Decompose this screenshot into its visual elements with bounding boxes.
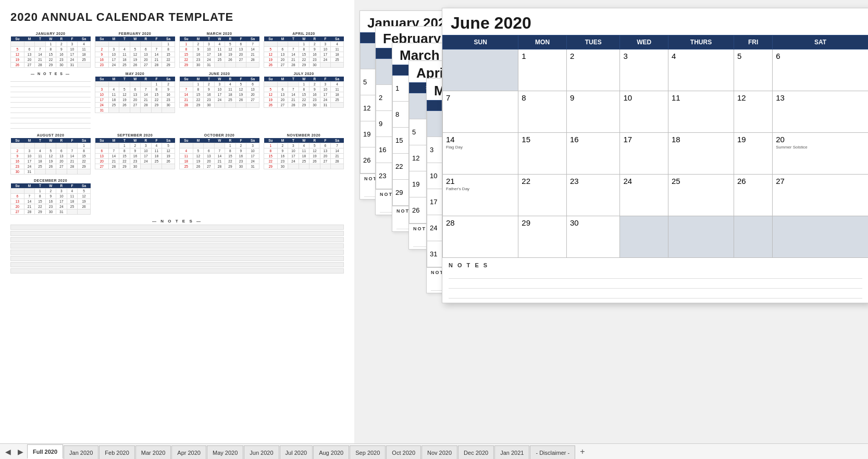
tab-jan-2021[interactable]: Jan 2021 <box>494 445 529 459</box>
june-w4-tue: 23 <box>566 175 620 216</box>
mini-cal-august-2020: AUGUST 2020SuMTWRFSa12345678910111213141… <box>10 133 91 175</box>
notes-header: — N O T E S — <box>10 219 344 224</box>
tab-dec-2020[interactable]: Dec 2020 <box>458 445 494 459</box>
tab-bar: ◀ ▶ Full 2020Jan 2020Feb 2020Mar 2020Apr… <box>0 443 868 459</box>
tab-jul-2020[interactable]: Jul 2020 <box>280 445 313 459</box>
june-w1-fri: 5 <box>734 49 772 91</box>
tab-feb-2020[interactable]: Feb 2020 <box>99 445 134 459</box>
mini-cal-title: DECEMBER 2020 <box>10 179 91 182</box>
mini-calendars-grid: JANUARY 2020SuMTWRFSa1234567891011121314… <box>10 32 344 215</box>
notes-line <box>10 231 344 236</box>
tab-nav-left[interactable]: ◀ <box>2 444 14 459</box>
june-w5-sun: 28 <box>443 216 518 258</box>
june-w5-fri <box>734 216 772 258</box>
june-w5-mon: 29 <box>518 216 567 258</box>
tab-sep-2020[interactable]: Sep 2020 <box>350 445 386 459</box>
june-w2-fri: 12 <box>734 91 772 133</box>
tab-aug-2020[interactable]: Aug 2020 <box>313 445 349 459</box>
tab-may-2020[interactable]: May 2020 <box>207 445 243 459</box>
tab-jun-2020[interactable]: Jun 2020 <box>244 445 279 459</box>
june-w4-mon: 22 <box>518 175 567 216</box>
mini-cal-october-2020: OCTOBER 2020SuMTWRFSa1234567891011121314… <box>179 133 259 175</box>
june-w2-mon: 8 <box>518 91 567 133</box>
june-w1-wed: 3 <box>620 49 668 91</box>
june-w3-sat: 20Summer Solstice <box>773 133 868 175</box>
june-w4-thu: 25 <box>668 175 734 216</box>
monthly-stack: January 2020 SUN MON TUES WED THURS FRI … <box>354 0 868 443</box>
june-w4-sat: 27 <box>773 175 868 216</box>
june-w1-mon: 1 <box>518 49 567 91</box>
notes-col: — N O T E S — <box>10 72 91 129</box>
notes-line <box>10 225 344 230</box>
june-w2-tue: 9 <box>566 91 620 133</box>
content-area: 2020 ANNUAL CALENDAR TEMPLATE JANUARY 20… <box>0 0 868 443</box>
june-w1-sat: 6 <box>773 49 868 91</box>
june-w3-wed: 17 <box>620 133 668 175</box>
notes-line <box>10 262 344 267</box>
mini-cal-february-2020: FEBRUARY 2020SuMTWRFSa123456789101112131… <box>95 32 175 68</box>
tab-full-2020[interactable]: Full 2020 <box>27 444 63 459</box>
tab-jan-2020[interactable]: Jan 2020 <box>64 445 98 459</box>
june-w4-wed: 24 <box>620 175 668 216</box>
tab-oct-2020[interactable]: Oct 2020 <box>386 445 421 459</box>
notes-lines-container <box>10 225 344 274</box>
notes-line <box>10 237 344 242</box>
june-w1-tue: 2 <box>566 49 620 91</box>
june-w3-thu: 18 <box>668 133 734 175</box>
mini-cal-title: SEPTEMBER 2020 <box>95 133 175 137</box>
mini-cal-title: APRIL 2020 <box>264 32 344 35</box>
tab-mar-2020[interactable]: Mar 2020 <box>135 445 171 459</box>
mini-cal-title: OCTOBER 2020 <box>179 133 259 137</box>
june-notes: N O T E S <box>442 258 868 303</box>
june-w4-sun: 21Father's Day <box>443 175 518 216</box>
mini-cal-march-2020: MARCH 2020SuMTWRFSa123456789101112131415… <box>179 32 259 68</box>
mini-cal-january-2020: JANUARY 2020SuMTWRFSa1234567891011121314… <box>10 32 91 68</box>
mini-cal-title: JUNE 2020 <box>179 72 259 76</box>
annual-title: 2020 ANNUAL CALENDAR TEMPLATE <box>10 10 344 24</box>
june-w5-wed <box>620 216 668 258</box>
june-w1-sun <box>443 49 518 91</box>
june-title: June 2020 <box>442 8 868 35</box>
mini-cal-title: MARCH 2020 <box>179 32 259 35</box>
june-w2-thu: 11 <box>668 91 734 133</box>
mini-cal-july-2020: JULY 2020SuMTWRFSa1234567891011121314151… <box>264 72 344 129</box>
june-w1-thu: 4 <box>668 49 734 91</box>
notes-section: — N O T E S — <box>10 219 344 274</box>
mini-cal-may-2020: MAY 2020SuMTWRFSa12345678910111213141516… <box>95 72 175 129</box>
app-container: 2020 ANNUAL CALENDAR TEMPLATE JANUARY 20… <box>0 0 868 459</box>
tab-nav-right[interactable]: ▶ <box>15 444 27 459</box>
june-w3-tue: 16 <box>566 133 620 175</box>
mini-cal-november-2020: NOVEMBER 2020SuMTWRFSa123456789101112131… <box>264 133 344 175</box>
notes-line <box>10 256 344 261</box>
mini-cal-title: FEBRUARY 2020 <box>95 32 175 35</box>
june-w3-mon: 15 <box>518 133 567 175</box>
tab--disclaimer-[interactable]: - Disclaimer - <box>530 445 575 459</box>
june-card: June 2020 SUN MON TUES WED THURS FRI SAT <box>442 8 868 303</box>
june-w4-fri: 26 <box>734 175 772 216</box>
june-w3-fri: 19 <box>734 133 772 175</box>
june-w2-sun: 7 <box>443 91 518 133</box>
tab-add-button[interactable]: + <box>576 444 589 459</box>
mini-cal-title: JULY 2020 <box>264 72 344 76</box>
mini-cal-september-2020: SEPTEMBER 2020SuMTWRFSa12345678910111213… <box>95 133 175 175</box>
mini-cal-title: JANUARY 2020 <box>10 32 91 35</box>
june-w3-sun: 14Flag Day <box>443 133 518 175</box>
tab-nov-2020[interactable]: Nov 2020 <box>421 445 457 459</box>
notes-line <box>10 250 344 255</box>
june-w2-wed: 10 <box>620 91 668 133</box>
mini-cal-june-2020: JUNE 2020SuMTWRFSa1234567891011121314151… <box>179 72 259 129</box>
june-w5-sat <box>773 216 868 258</box>
june-w5-thu <box>668 216 734 258</box>
mini-cal-title: NOVEMBER 2020 <box>264 133 344 137</box>
mini-cal-april-2020: APRIL 2020SuMTWRFSa123456789101112131415… <box>264 32 344 68</box>
mini-cal-title: MAY 2020 <box>95 72 175 76</box>
notes-line <box>10 243 344 249</box>
tabs-container: Full 2020Jan 2020Feb 2020Mar 2020Apr 202… <box>27 444 575 459</box>
annual-panel: 2020 ANNUAL CALENDAR TEMPLATE JANUARY 20… <box>0 0 354 443</box>
tab-apr-2020[interactable]: Apr 2020 <box>171 445 206 459</box>
june-w5-tue: 30 <box>566 216 620 258</box>
mini-cal-title: AUGUST 2020 <box>10 133 91 137</box>
notes-line <box>10 268 344 274</box>
mini-cal-december-2020: DECEMBER 2020SuMTWRFSa123456789101112131… <box>10 179 91 215</box>
june-w2-sat: 13 <box>773 91 868 133</box>
